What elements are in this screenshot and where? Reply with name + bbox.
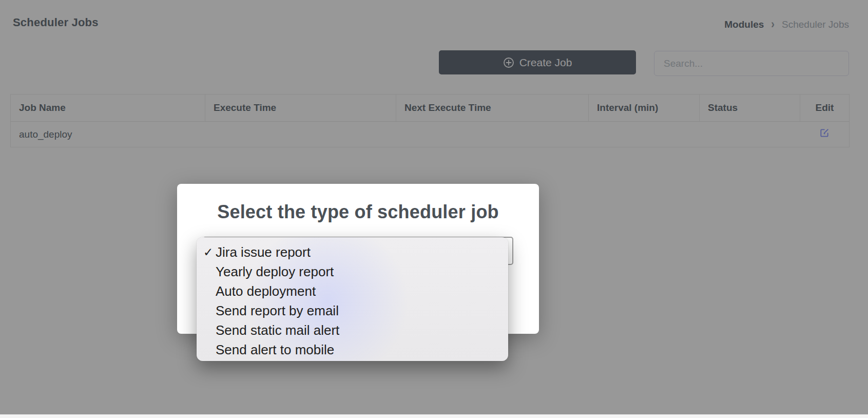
menu-option-yearly-deploy-report[interactable]: Yearly deploy report — [197, 262, 508, 281]
menu-option-jira-issue-report[interactable]: ✓ Jira issue report — [197, 242, 508, 262]
scheduler-jobs-page: Scheduler Jobs Modules › Scheduler Jobs … — [0, 0, 868, 418]
menu-option-auto-deployment[interactable]: Auto deployment — [197, 281, 508, 301]
modal-title: Select the type of scheduler job — [177, 201, 539, 223]
menu-option-send-static-mail-alert[interactable]: Send static mail alert — [197, 320, 508, 340]
menu-option-send-alert-to-mobile[interactable]: Send alert to mobile — [197, 340, 508, 359]
window-bottom-edge — [0, 414, 868, 418]
menu-option-send-report-by-email[interactable]: Send report by email — [197, 301, 508, 320]
checkmark-icon: ✓ — [203, 242, 213, 262]
job-type-dropdown-menu: ✓ Jira issue report Yearly deploy report… — [197, 237, 508, 361]
